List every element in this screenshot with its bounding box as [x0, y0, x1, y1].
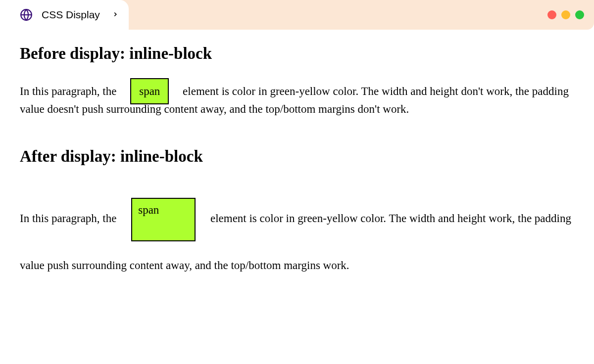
paragraph-before: In this paragraph, the span element is c…	[20, 83, 574, 118]
globe-icon	[20, 8, 33, 21]
inline-block-span-demo: span	[131, 198, 196, 241]
heading-after: After display: inline-block	[20, 147, 574, 166]
window-controls	[547, 10, 584, 19]
minimize-window-button[interactable]	[561, 10, 570, 19]
heading-before: Before display: inline-block	[20, 45, 574, 63]
chevron-right-icon	[112, 9, 119, 20]
text-before-2: In this paragraph, the	[20, 212, 119, 225]
page-content: Before display: inline-block In this par…	[0, 30, 594, 309]
inline-span-demo: span	[130, 78, 169, 104]
paragraph-after: In this paragraph, the span element is c…	[20, 195, 574, 289]
text-before-1: In this paragraph, the	[20, 85, 119, 97]
browser-tab[interactable]: CSS Display	[0, 0, 129, 30]
tab-title: CSS Display	[42, 9, 100, 21]
close-window-button[interactable]	[547, 10, 556, 19]
browser-bar: CSS Display	[0, 0, 594, 30]
maximize-window-button[interactable]	[575, 10, 584, 19]
